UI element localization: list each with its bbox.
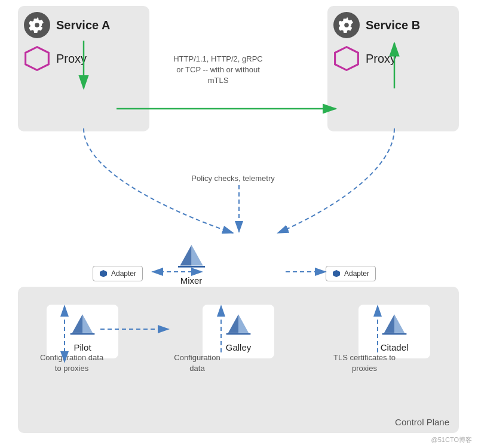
citadel-label: Citadel	[381, 342, 409, 352]
proxy-b-label: Proxy	[366, 52, 396, 66]
svg-marker-3	[333, 270, 340, 277]
pilot-label: Pilot	[73, 342, 91, 352]
pilot-box: Pilot	[47, 305, 118, 358]
citadel-sail-icon	[380, 311, 409, 339]
service-a-header: Service A	[24, 12, 143, 38]
proxy-b-row: Proxy	[333, 45, 453, 72]
galley-label: Galley	[226, 342, 252, 352]
citadel-box: Citadel	[358, 305, 430, 358]
adapter-right-label: Adapter	[344, 269, 369, 278]
galley-box: Galley	[203, 305, 274, 358]
svg-marker-1	[335, 47, 358, 70]
diagram: Service A Proxy Service B Proxy	[0, 0, 478, 448]
svg-marker-0	[26, 47, 49, 70]
hex-icon-b	[333, 45, 360, 72]
galley-sail-icon	[224, 311, 253, 339]
svg-marker-7	[72, 314, 82, 333]
http-label: HTTP/1.1, HTTP/2, gRPC or TCP -- with or…	[170, 54, 266, 87]
service-b-header: Service B	[333, 12, 453, 38]
mixer-label: Mixer	[180, 275, 203, 286]
mixer-box: Mixer	[145, 232, 238, 294]
proxy-a-label: Proxy	[56, 52, 87, 66]
svg-marker-2	[100, 270, 107, 277]
pilot-sail-icon	[68, 311, 97, 339]
svg-marker-11	[238, 314, 249, 333]
control-plane-label: Control Plane	[395, 417, 449, 427]
gear-icon-b	[333, 12, 360, 38]
adapter-right-icon	[332, 269, 341, 278]
service-a-label: Service A	[56, 19, 110, 32]
config-proxy-label: Configuration data to proxies	[36, 352, 108, 374]
tls-label: TLS certificates to proxies	[326, 352, 403, 374]
policy-label: Policy checks, telemetry	[185, 173, 281, 184]
adapter-right: Adapter	[326, 266, 376, 281]
config-data-label: Configuration data	[167, 352, 227, 374]
adapter-left-label: Adapter	[111, 269, 136, 278]
gear-icon-a	[24, 12, 50, 38]
adapter-left: Adapter	[93, 266, 143, 281]
svg-marker-5	[191, 245, 203, 266]
svg-marker-4	[180, 245, 191, 266]
svg-marker-14	[394, 314, 405, 333]
watermark: @51CTO博客	[431, 435, 472, 444]
adapter-left-icon	[99, 269, 108, 278]
svg-marker-10	[228, 314, 238, 333]
service-b-label: Service B	[366, 19, 420, 32]
svg-marker-13	[384, 314, 394, 333]
service-a-container: Service A Proxy	[18, 6, 149, 131]
svg-marker-8	[82, 314, 93, 333]
proxy-a-row: Proxy	[24, 45, 143, 72]
mixer-sail-icon	[176, 241, 207, 272]
hex-icon-a	[24, 45, 50, 72]
service-b-container: Service B Proxy	[327, 6, 459, 131]
